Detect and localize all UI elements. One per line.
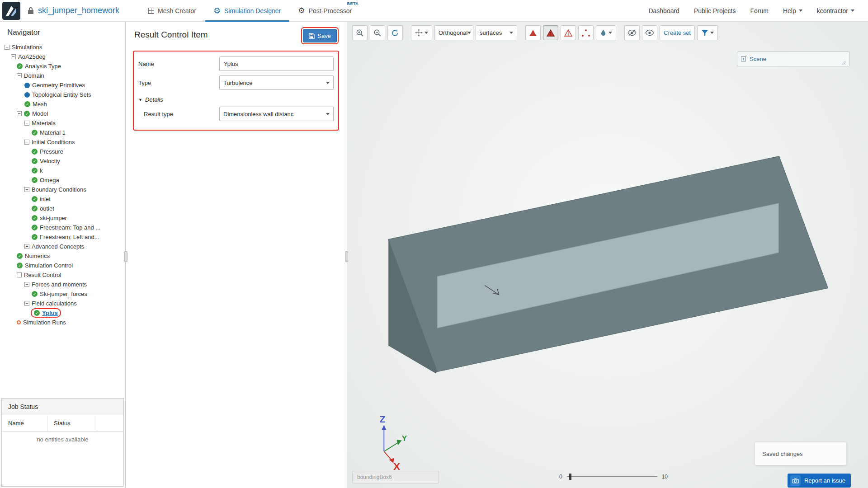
result-type-select[interactable]: Dimensionless wall distanc bbox=[219, 107, 334, 121]
paint-drop-icon bbox=[600, 29, 607, 37]
nav-link[interactable]: Public Projects bbox=[694, 7, 736, 14]
pan-mode-dropdown[interactable] bbox=[411, 25, 432, 40]
splitter-handle[interactable] bbox=[345, 251, 348, 262]
chevron-down-icon bbox=[509, 32, 513, 34]
tree-item[interactable]: Domain bbox=[0, 71, 125, 80]
zoom-in-button[interactable] bbox=[352, 25, 368, 40]
check-icon bbox=[32, 234, 38, 240]
wireframe-mode-icon bbox=[564, 28, 573, 38]
hide-selection-button[interactable] bbox=[624, 25, 640, 40]
tree-item[interactable]: Topological Entity Sets bbox=[0, 90, 125, 99]
tree-item[interactable]: Geometry Primitives bbox=[0, 80, 125, 90]
tree-item[interactable]: ski-jumper bbox=[0, 213, 125, 223]
app-logo-icon[interactable] bbox=[2, 2, 20, 20]
tree-item[interactable]: Materials bbox=[0, 118, 125, 128]
tree-item[interactable]: Result Control bbox=[0, 270, 125, 280]
user-menu[interactable]: kcontractor bbox=[817, 7, 854, 14]
tree-item-label: Freestream: Top and ... bbox=[40, 224, 100, 231]
tree-item[interactable]: Material 1 bbox=[0, 128, 125, 137]
minus-icon[interactable] bbox=[24, 121, 29, 126]
tab[interactable]: Simulation Designer bbox=[205, 0, 289, 22]
nav-link[interactable]: Dashboard bbox=[648, 7, 679, 14]
job-status-header: Name Status bbox=[2, 415, 123, 432]
gears-icon bbox=[213, 7, 221, 15]
projection-select[interactable]: Orthogonal bbox=[434, 25, 473, 40]
render-mode-solid-button[interactable] bbox=[525, 25, 541, 40]
report-issue-button[interactable]: Report an issue bbox=[788, 474, 851, 488]
clip-slider: 0 10 bbox=[559, 474, 668, 480]
name-input[interactable] bbox=[219, 56, 334, 71]
geometry-canvas: Z Y X bbox=[347, 22, 868, 488]
tree-item[interactable]: Simulation Runs bbox=[0, 318, 125, 327]
slider-track[interactable] bbox=[567, 476, 657, 477]
tree-item[interactable]: Freestream: Top and ... bbox=[0, 223, 125, 232]
tree-item[interactable]: Analysis Type bbox=[0, 61, 125, 71]
show-all-button[interactable] bbox=[642, 25, 657, 40]
tree-item[interactable]: Numerics bbox=[0, 251, 125, 261]
tree-item[interactable]: inlet bbox=[0, 194, 125, 204]
minus-icon[interactable] bbox=[11, 54, 16, 59]
tree-item[interactable]: Field calculations bbox=[0, 299, 125, 308]
tab[interactable]: Mesh Creator bbox=[139, 0, 205, 22]
tree-item[interactable]: AoA25deg bbox=[0, 52, 125, 61]
check-icon bbox=[32, 196, 38, 202]
tree-item[interactable]: k bbox=[0, 166, 125, 175]
refresh-view-button[interactable] bbox=[387, 25, 403, 40]
panel-title: Result Control Item bbox=[134, 30, 208, 40]
tree-item[interactable]: Boundary Conditions bbox=[0, 185, 125, 194]
plus-icon[interactable] bbox=[24, 244, 29, 249]
tree-item[interactable]: Simulations bbox=[0, 42, 125, 52]
slider-handle[interactable] bbox=[569, 474, 571, 480]
tree-item[interactable]: Simulation Control bbox=[0, 261, 125, 270]
viewport-3d[interactable]: Z Y X bbox=[347, 22, 868, 488]
resize-handle-icon[interactable] bbox=[841, 61, 846, 65]
minus-icon[interactable] bbox=[17, 272, 22, 277]
tree-item-label: Ski-jumper_forces bbox=[40, 291, 87, 297]
render-mode-surface-edges-button[interactable] bbox=[543, 25, 558, 40]
minus-icon[interactable] bbox=[24, 140, 29, 145]
axis-x-label: X bbox=[393, 461, 400, 472]
nav-link[interactable]: Forum bbox=[750, 7, 769, 14]
tree-item[interactable]: Advanced Concepts bbox=[0, 242, 125, 251]
minus-icon[interactable] bbox=[5, 45, 9, 50]
scene-label: Scene bbox=[750, 56, 766, 62]
tree-item[interactable]: Forces and moments bbox=[0, 280, 125, 289]
tab[interactable]: Post-Processor BETA bbox=[289, 0, 360, 22]
scene-panel[interactable]: Scene bbox=[737, 52, 850, 66]
minus-icon[interactable] bbox=[24, 187, 29, 192]
tree-item[interactable]: Omega bbox=[0, 175, 125, 185]
details-section-header[interactable]: ▼ Details bbox=[137, 92, 335, 104]
tree-item-label: Omega bbox=[40, 177, 59, 183]
tree-item[interactable]: Yplus bbox=[0, 308, 125, 318]
color-dropdown[interactable] bbox=[596, 25, 616, 40]
render-mode-points-button[interactable] bbox=[578, 25, 594, 40]
minus-icon[interactable] bbox=[24, 282, 29, 287]
job-status-panel: Job Status Name Status no entities avail… bbox=[1, 398, 124, 487]
tree-item-label: Materials bbox=[32, 120, 56, 127]
tree-item-label: Freestream: Left and... bbox=[40, 234, 99, 240]
tree-item[interactable]: Ski-jumper_forces bbox=[0, 289, 125, 299]
warn-icon bbox=[17, 320, 21, 324]
tree-item[interactable]: outlet bbox=[0, 204, 125, 213]
splitter-handle[interactable] bbox=[124, 251, 127, 262]
save-button[interactable]: Save bbox=[303, 29, 337, 42]
type-select[interactable]: Turbulence bbox=[219, 75, 334, 90]
minus-icon[interactable] bbox=[24, 301, 29, 306]
tree-item[interactable]: Freestream: Left and... bbox=[0, 232, 125, 242]
zoom-out-button[interactable] bbox=[370, 25, 385, 40]
tree-item-label: Advanced Concepts bbox=[32, 243, 84, 250]
minus-icon[interactable] bbox=[17, 111, 22, 116]
tree-item[interactable]: Model bbox=[0, 109, 125, 118]
filter-dropdown[interactable] bbox=[697, 25, 718, 40]
tree-item[interactable]: Mesh bbox=[0, 99, 125, 109]
tree-item[interactable]: Initial Conditions bbox=[0, 137, 125, 147]
app-root: ski_jumper_homework Mesh Creator Simulat… bbox=[0, 0, 868, 488]
render-mode-wireframe-button[interactable] bbox=[561, 25, 576, 40]
tree-item[interactable]: Velocity bbox=[0, 156, 125, 166]
job-status-empty: no entities available bbox=[2, 432, 123, 447]
help-menu[interactable]: Help bbox=[783, 7, 802, 14]
render-entity-select[interactable]: surfaces bbox=[476, 25, 517, 40]
create-set-button[interactable]: Create set bbox=[660, 25, 695, 40]
minus-icon[interactable] bbox=[17, 73, 22, 78]
tree-item[interactable]: Pressure bbox=[0, 147, 125, 156]
